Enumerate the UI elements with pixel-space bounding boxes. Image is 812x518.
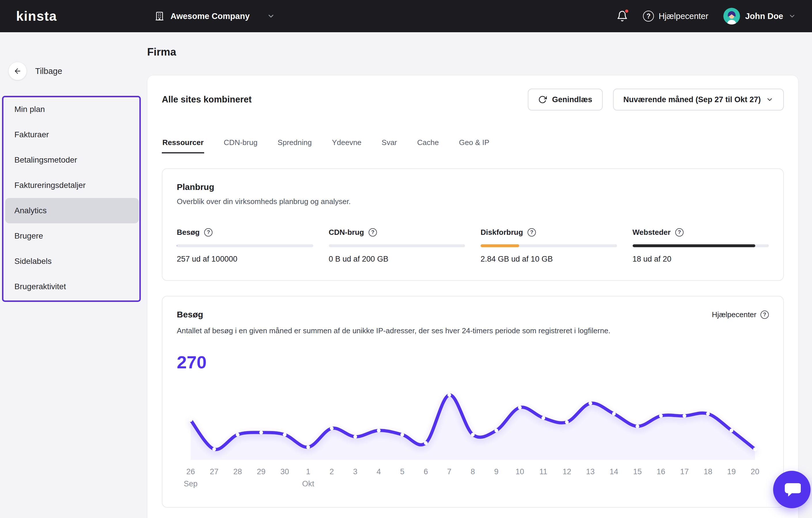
period-dropdown[interactable]: Nuværende måned (Sep 27 til Okt 27) [613,89,784,111]
tab-cache[interactable]: Cache [417,138,439,153]
chart-group-labels: SepOkt [177,480,769,490]
data-point [377,428,381,432]
metric-bes-g: Besøg 257 ud af 100000 [177,228,313,264]
visits-header: Besøg Hjælpecenter [177,310,769,319]
chevron-down-icon [267,12,275,20]
x-tick: 2 [329,467,334,476]
tab-cdn-brug[interactable]: CDN-brug [223,138,258,153]
tab-spredning[interactable]: Spredning [277,138,312,153]
chat-button[interactable] [773,471,811,508]
x-group-label: Sep [184,480,198,488]
chat-icon [783,481,801,498]
metric-label: Besøg [177,228,200,237]
metric-progress-fill [481,244,519,247]
visits-help-link[interactable]: Hjælpecenter [712,310,769,319]
x-tick: 27 [210,467,219,476]
visits-title: Besøg [177,310,203,319]
period-label: Nuværende måned (Sep 27 til Okt 27) [624,95,761,104]
info-icon[interactable] [527,228,536,237]
visits-help-label: Hjælpecenter [712,310,756,319]
metric-value: 0 B ud af 200 GB [329,255,465,264]
data-point [494,428,498,432]
visits-total: 270 [177,352,769,372]
sidebar-item-min-plan[interactable]: Min plan [5,97,139,122]
data-point [283,433,287,436]
metric-value: 2.84 GB ud af 10 GB [481,255,617,264]
metric-label-row: Websteder [633,228,769,237]
x-tick: 7 [447,467,452,476]
help-center-button[interactable]: Hjælpecenter [643,11,708,22]
data-point [659,414,663,418]
notification-dot [624,9,629,13]
x-tick: 19 [727,467,736,476]
x-tick: 1 [306,467,311,476]
x-tick: 3 [353,467,357,476]
info-icon[interactable] [204,228,212,237]
sidebar-item-analytics[interactable]: Analytics [5,198,139,223]
notifications-button[interactable] [616,10,628,22]
tab-geo-ip[interactable]: Geo & IP [458,138,490,153]
company-selector[interactable]: Awesome Company [154,11,275,21]
help-icon [643,11,654,22]
user-name: John Doe [745,11,783,21]
metric-label-row: Besøg [177,228,313,237]
x-tick: 11 [539,467,547,476]
help-icon [760,310,769,319]
info-icon[interactable] [369,228,377,237]
visits-chart-wrap: 2627282930123456789101112131415161718192… [177,386,769,490]
company-name: Awesome Company [171,11,250,21]
topbar: Kinsta Awesome Company Hjælpecenter [0,0,812,32]
visits-line-chart [177,386,769,460]
data-point [307,445,310,449]
metric-value: 18 ud af 20 [633,255,769,264]
tabs: RessourcerCDN-brugSpredningYdeevneSvarCa… [162,138,784,153]
chevron-down-icon [788,12,796,20]
data-point [471,433,475,436]
back-circle [9,62,27,80]
chart-area [191,395,755,460]
data-point [753,448,757,451]
sidebar-item-fakturaer[interactable]: Fakturaer [5,122,139,147]
data-point [612,412,616,416]
metric-value: 257 ud af 100000 [177,255,313,264]
x-tick: 9 [494,467,498,476]
sidebar-item-brugere[interactable]: Brugere [5,223,139,249]
plan-usage-metrics: Besøg 257 ud af 100000 CDN-brug 0 B ud a… [177,228,769,264]
metric-progress-track [481,244,617,247]
sidebar-item-faktureringsdetaljer[interactable]: Faktureringsdetaljer [5,173,139,198]
user-menu[interactable]: John Doe [723,8,796,25]
data-point [330,426,334,430]
sidebar-item-sidelabels[interactable]: Sidelabels [5,249,139,274]
visits-description: Antallet af besøg i en given måned er su… [177,326,769,335]
x-tick: 12 [563,467,571,476]
info-icon[interactable] [675,228,684,237]
data-point [706,412,710,416]
kinsta-logo[interactable]: Kinsta [16,8,57,24]
metric-label: Diskforbrug [481,228,523,237]
chart-x-labels: 2627282930123456789101112131415161718192… [177,467,769,478]
card-header: Alle sites kombineret Genindlæs Nuværend… [162,89,784,111]
reload-button[interactable]: Genindlæs [528,89,603,111]
x-tick: 28 [233,467,242,476]
metric-label-row: Diskforbrug [481,228,617,237]
refresh-icon [538,95,547,104]
x-tick: 8 [470,467,475,476]
x-tick: 10 [515,467,524,476]
metric-progress-fill [633,244,755,247]
section-title: Alle sites kombineret [162,94,252,105]
sidebar-item-brugeraktivitet[interactable]: Brugeraktivitet [5,274,139,299]
metric-progress-track [329,244,465,247]
sidebar: Tilbage Min planFakturaerBetalingsmetode… [0,32,144,518]
data-point [236,433,239,436]
x-tick: 4 [377,467,381,476]
tab-ydeevne[interactable]: Ydeevne [331,138,362,153]
back-button[interactable]: Tilbage [9,62,62,80]
tab-ressourcer[interactable]: Ressourcer [162,138,204,153]
x-tick: 26 [186,467,195,476]
x-tick: 13 [586,467,594,476]
tab-svar[interactable]: Svar [381,138,397,153]
x-group-label: Okt [302,480,314,488]
metric-progress-track [633,244,769,247]
sidebar-item-betalingsmetoder[interactable]: Betalingsmetoder [5,147,139,173]
metric-cdn-brug: CDN-brug 0 B ud af 200 GB [329,228,465,264]
